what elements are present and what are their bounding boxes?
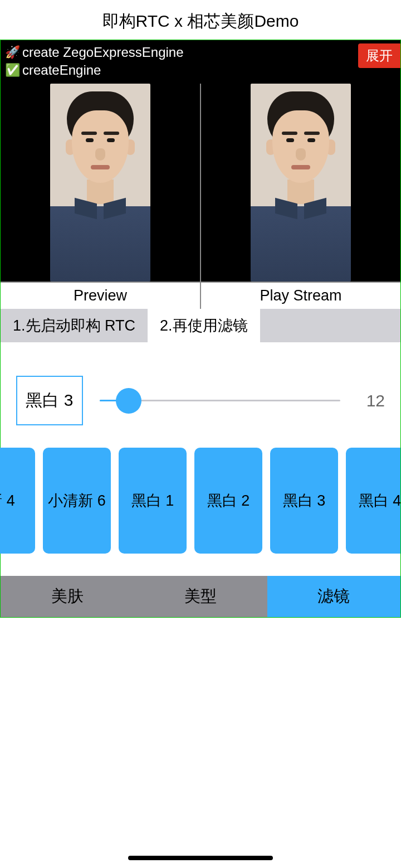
home-indicator[interactable]: [128, 856, 273, 860]
filter-card[interactable]: 黑白 2: [194, 448, 262, 554]
log-text: createEngine: [22, 62, 101, 78]
rocket-icon: 🚀: [5, 46, 20, 59]
slider-section: 黑白 3 12: [1, 342, 400, 448]
log-row: 🚀 create ZegoExpressEngine: [5, 43, 396, 61]
log-text: create ZegoExpressEngine: [22, 45, 184, 60]
filter-card[interactable]: 小清新 6: [43, 448, 111, 554]
page-title: 即构RTC x 相芯美颜Demo: [0, 0, 401, 40]
playstream-video[interactable]: [200, 84, 400, 282]
portrait-placeholder: [50, 84, 150, 282]
step-rtc[interactable]: 1.先启动即构 RTC: [1, 309, 148, 342]
current-filter-name: 黑白 3: [16, 376, 83, 425]
app-root: 即构RTC x 相芯美颜Demo 🚀 create ZegoExpressEng…: [0, 0, 401, 868]
video-labels: Preview Play Stream: [1, 282, 400, 309]
slider-thumb[interactable]: [116, 388, 141, 414]
expand-button[interactable]: 展开: [358, 43, 400, 68]
filter-card[interactable]: 黑白 3: [270, 448, 338, 554]
filter-card[interactable]: 黑白 4: [346, 448, 400, 554]
portrait-placeholder: [251, 84, 351, 282]
preview-video[interactable]: [1, 84, 200, 282]
tab-shape[interactable]: 美型: [134, 576, 267, 617]
playstream-label: Play Stream: [200, 283, 400, 309]
filter-list[interactable]: 新 4 小清新 6 黑白 1 黑白 2 黑白 3 黑白 4: [0, 448, 400, 576]
tab-filter[interactable]: 滤镜: [267, 576, 400, 617]
filter-card[interactable]: 新 4: [0, 448, 35, 554]
log-row: ✅ createEngine: [5, 61, 396, 79]
log-panel: 🚀 create ZegoExpressEngine ✅ createEngin…: [1, 40, 400, 84]
video-row: [1, 84, 400, 282]
main-area: 🚀 create ZegoExpressEngine ✅ createEngin…: [0, 40, 401, 618]
intensity-slider[interactable]: [100, 390, 340, 412]
beauty-tabs: 美肤 美型 滤镜: [1, 576, 400, 617]
steps-row: 1.先启动即构 RTC 2.再使用滤镜: [1, 309, 400, 342]
step-filter[interactable]: 2.再使用滤镜: [148, 309, 260, 342]
check-icon: ✅: [5, 64, 20, 76]
slider-value: 12: [357, 391, 385, 410]
preview-label: Preview: [1, 283, 200, 309]
tab-skin[interactable]: 美肤: [1, 576, 134, 617]
filter-card[interactable]: 黑白 1: [119, 448, 187, 554]
